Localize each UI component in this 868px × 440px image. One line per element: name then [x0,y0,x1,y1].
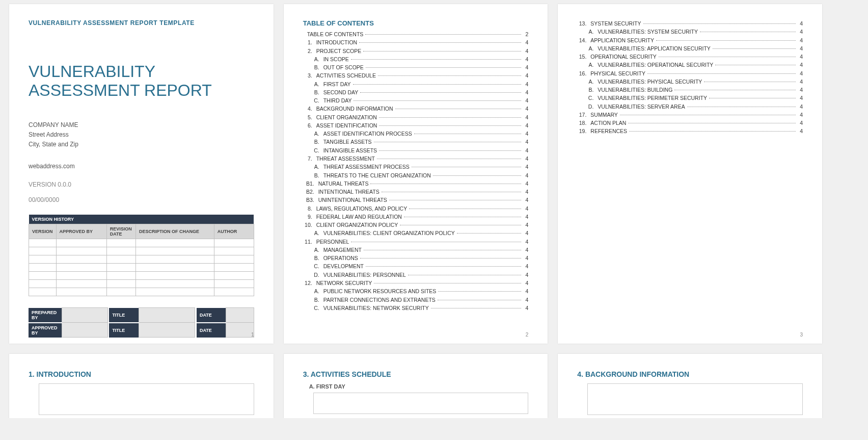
toc-entry: D.VULNERABILITIES: SERVER AREA4 [577,102,803,111]
page-5-activities: 3. ACTIVITIES SCHEDULE A. FIRST DAY [284,354,548,418]
toc-entry: 8.LAWS, REGULATIONS, AND POLICY4 [303,204,529,213]
page-1-title: VULNERABILITY ASSESSMENT REPORT TEMPLATE… [9,4,274,344]
toc-entry: B.THREATS TO THE CLIENT ORGANIZATION4 [303,171,529,179]
toc-entry: 3.ACTIVITIES SCHEDULE4 [303,71,529,80]
template-label: VULNERABILITY ASSESSMENT REPORT TEMPLATE [29,19,254,27]
version-history-table: VERSION HISTORY VERSION APPROVED BY REVI… [29,215,254,296]
toc-entry: A.MANAGEMENT4 [303,246,529,254]
table-row [29,288,254,296]
toc-entry: C.VULNERABILITIES: NETWORK SECURITY4 [303,304,529,312]
toc-entry: 12.NETWORK SECURITY4 [303,279,529,287]
company-street: Street Address [29,130,254,140]
toc-entry: 11.PERSONNEL4 [303,238,529,246]
signature-table: PREPARED BY TITLE DATE APPROVED BY TITLE… [29,307,254,338]
version-history-title: VERSION HISTORY [29,215,254,224]
toc-entry: A.VULNERABILITIES: OPERATIONAL SECURITY4 [577,61,803,69]
toc-entry: B.VULNERABILITIES: BUILDING4 [577,86,803,94]
toc-entry: B1.NATURAL THREATS4 [303,179,529,188]
toc-entry: 10.CLIENT ORGANIZATION POLICY4 [303,221,529,229]
toc-entry: 5.CLIENT ORGANIZATION4 [303,113,529,121]
content-box [39,383,254,415]
company-city: City, State and Zip [29,140,254,149]
table-row [29,255,254,264]
toc-entry: A.VULNERABILITIES: PHYSICAL SECURITY4 [577,77,803,86]
toc-list-p3: 13.SYSTEM SECURITY4A.VULNERABILITIES: SY… [577,19,803,136]
toc-entry: A.IN SCOPE4 [303,55,529,63]
content-box [587,383,803,415]
toc-entry: B.OPERATIONS4 [303,254,529,262]
toc-entry: 6.ASSET IDENTIFICATION4 [303,121,529,130]
toc-entry: TABLE OF CONTENTS2 [303,30,529,38]
page-6-background: 4. BACKGROUND INFORMATION [558,354,822,418]
section-3a-firstday: A. FIRST DAY [309,383,529,390]
page-2-toc: TABLE OF CONTENTS TABLE OF CONTENTS21.IN… [284,4,548,344]
toc-entry: B.TANGIBLE ASSETS4 [303,138,529,146]
table-row [29,272,254,280]
toc-entry: A.THREAT ASSESSMENT PROCESS4 [303,163,529,171]
page-number: 1 [251,332,254,338]
content-box [313,393,529,414]
table-row [29,239,254,247]
table-row [29,280,254,288]
doc-version: VERSION 0.0.0 [29,181,254,188]
toc-entry: 19.REFERENCES4 [577,127,803,135]
toc-entry: 9.FEDERAL LAW AND REGULATION4 [303,213,529,221]
toc-entry: A.ASSET IDENTIFICATION PROCESS4 [303,130,529,138]
toc-entry: 15.OPERATIONAL SECURITY4 [577,53,803,61]
toc-entry: A.VULNERABILITIES: APPLICATION SECURITY4 [577,44,803,53]
company-block: COMPANY NAME Street Address City, State … [29,120,254,150]
toc-entry: 14.APPLICATION SECURITY4 [577,36,803,44]
report-title: VULNERABILITY ASSESSMENT REPORT [29,62,254,100]
toc-entry: 7.THREAT ASSESSMENT4 [303,154,529,163]
toc-entry: B.OUT OF SCOPE4 [303,63,529,71]
toc-entry: A.FIRST DAY4 [303,80,529,88]
toc-entry: 4.BACKGROUND INFORMATION4 [303,105,529,113]
section-3-activities: 3. ACTIVITIES SCHEDULE [303,370,529,378]
page-3-toc: 13.SYSTEM SECURITY4A.VULNERABILITIES: SY… [558,4,822,344]
toc-entry: C.VULNERABILITIES: PERIMETER SECURITY4 [577,94,803,102]
toc-entry: B2.INTENTIONAL THREATS4 [303,188,529,196]
toc-list-p2: TABLE OF CONTENTS21.INTRODUCTION42.PROJE… [303,30,529,312]
section-1-intro: 1. INTRODUCTION [29,370,254,378]
toc-entry: B.SECOND DAY4 [303,88,529,96]
toc-entry: C.INTANGIBLE ASSETS4 [303,146,529,154]
toc-entry: A.PUBLIC NETWORK RESOURCES AND SITES4 [303,287,529,295]
toc-entry: 18.ACTION PLAN4 [577,119,803,127]
toc-entry: D.VULNERABILITIES: PERSONNEL4 [303,271,529,279]
table-row [29,247,254,255]
page-number: 2 [526,332,529,338]
toc-entry: C.DEVELOPMENT4 [303,262,529,270]
toc-entry: B.PARTNER CONNECTIONS AND EXTRANETS4 [303,296,529,304]
page-4-intro: 1. INTRODUCTION [9,354,274,418]
doc-date: 00/00/0000 [29,196,254,203]
toc-entry: 1.INTRODUCTION4 [303,38,529,46]
toc-entry: C.THIRD DAY4 [303,96,529,105]
toc-entry: A.VULNERABILITIES: CLIENT ORGANIZATION P… [303,229,529,237]
toc-entry: A.VULNERABILITIES: SYSTEM SECURITY4 [577,28,803,36]
toc-entry: B3.UNINTENTIONAL THREATS4 [303,196,529,204]
toc-entry: 16.PHYSICAL SECURITY4 [577,69,803,77]
section-4-background: 4. BACKGROUND INFORMATION [577,370,803,378]
toc-entry: 2.PROJECT SCOPE4 [303,47,529,55]
company-web: webaddress.com [29,163,254,170]
page-number: 3 [800,332,803,338]
toc-entry: 13.SYSTEM SECURITY4 [577,19,803,28]
toc-heading: TABLE OF CONTENTS [303,19,529,27]
company-name: COMPANY NAME [29,120,254,130]
table-row [29,264,254,272]
toc-entry: 17.SUMMARY4 [577,111,803,119]
